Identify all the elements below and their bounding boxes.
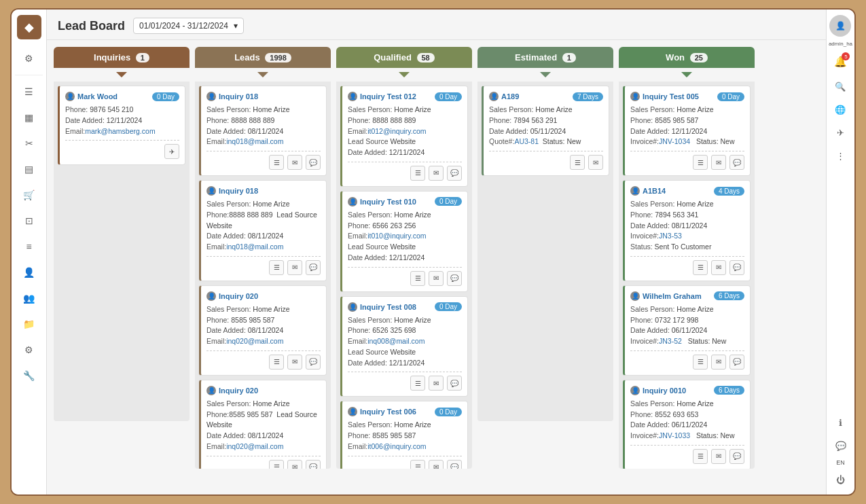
email-action-button[interactable]: ✉	[429, 271, 444, 286]
sidebar-wrench-icon[interactable]: 🔧	[18, 365, 40, 386]
card-name-link[interactable]: Inquiry Test 005	[643, 92, 699, 101]
user-avatar[interactable]: 👤	[829, 15, 851, 37]
card-name-link[interactable]: A189	[501, 92, 519, 101]
email-link[interactable]: it006@inquiry.com	[367, 442, 426, 450]
day-badge: 0 Day	[435, 92, 462, 101]
app-logo[interactable]: ◆	[17, 15, 41, 39]
chat-action-button[interactable]: 💬	[729, 260, 744, 275]
more-icon[interactable]: ⋮	[831, 146, 850, 165]
email-link[interactable]: inq008@mail.com	[367, 337, 425, 345]
chat-action-button[interactable]: 💬	[447, 376, 462, 391]
sidebar-filter-icon[interactable]: ⚙	[18, 48, 40, 69]
card-name-link[interactable]: Inquiry 018	[219, 187, 258, 195]
field-label: Email:	[348, 337, 367, 345]
list-action-button[interactable]: ☰	[693, 355, 708, 370]
email-action-button[interactable]: ✉	[429, 460, 444, 469]
sidebar-tools-icon[interactable]: ✂	[18, 132, 40, 154]
list-action-button[interactable]: ☰	[410, 166, 425, 181]
invoice-link[interactable]: JN3-53	[659, 232, 682, 240]
email-link[interactable]: inq018@mail.com	[226, 137, 283, 145]
email-link[interactable]: inq020@mail.com	[226, 337, 283, 345]
day-badge: 0 Day	[435, 408, 462, 416]
card-name-link[interactable]: A1B14	[643, 187, 666, 195]
lang-label: EN	[836, 459, 845, 466]
sidebar-calendar-icon[interactable]: ▦	[18, 107, 40, 128]
list-action-button[interactable]: ☰	[410, 271, 425, 286]
email-action-button[interactable]: ✉	[588, 155, 603, 170]
email-action-button[interactable]: ✉	[711, 155, 726, 170]
column-pointer-inquiries	[116, 72, 127, 77]
card-name-link[interactable]: Inquiry 020	[219, 292, 258, 300]
list-action-button[interactable]: ☰	[410, 376, 425, 391]
card-name-link[interactable]: Inquiry Test 012	[360, 92, 416, 101]
chat-action-button[interactable]: 💬	[306, 355, 321, 370]
chat-action-button[interactable]: 💬	[306, 260, 321, 275]
column-estimated: Estimated 1 👤A189 7 Days Sales Person: H…	[477, 47, 613, 421]
list-action-button[interactable]: ☰	[570, 155, 585, 170]
list-action-button[interactable]: ☰	[410, 460, 425, 469]
card-name-link[interactable]: Inquiry 018	[219, 92, 258, 101]
email-link[interactable]: it010@inquiry.com	[367, 232, 426, 240]
sidebar-camera-icon[interactable]: ⊡	[18, 210, 40, 232]
list-action-button[interactable]: ☰	[269, 155, 284, 170]
chat-action-button[interactable]: 💬	[447, 271, 462, 286]
send-icon[interactable]: ✈	[831, 123, 850, 142]
quote-link[interactable]: AU3-81	[514, 137, 539, 145]
sidebar-chart-icon[interactable]: ▤	[18, 158, 40, 180]
email-action-button[interactable]: ✉	[287, 355, 302, 370]
list-action-button[interactable]: ☰	[269, 355, 284, 370]
email-link[interactable]: inq020@mail.com	[226, 442, 283, 450]
list-action-button[interactable]: ☰	[693, 155, 708, 170]
chat-icon[interactable]: 💬	[831, 436, 850, 455]
chat-action-button[interactable]: 💬	[306, 460, 321, 469]
card-name-link[interactable]: Inquiry Test 010	[360, 198, 416, 206]
email-action-button[interactable]: ✉	[287, 260, 302, 275]
chat-action-button[interactable]: 💬	[447, 166, 462, 181]
chat-action-button[interactable]: 💬	[729, 449, 744, 464]
email-link[interactable]: inq018@mail.com	[226, 242, 283, 251]
list-action-button[interactable]: ☰	[269, 460, 284, 469]
email-link[interactable]: it012@inquiry.com	[367, 127, 426, 135]
sidebar-person-icon[interactable]: 👥	[18, 287, 40, 309]
card-name-link[interactable]: Inquiry Test 008	[360, 303, 416, 311]
chat-action-button[interactable]: 💬	[729, 355, 744, 370]
email-action-button[interactable]: ✉	[429, 376, 444, 391]
card-name-link[interactable]: Inquiry 020	[219, 386, 258, 395]
email-action-button[interactable]: ✉	[429, 166, 444, 181]
card-name-link[interactable]: Inquiry 0010	[643, 386, 686, 395]
email-action-button[interactable]: ✉	[287, 155, 302, 170]
email-action-button[interactable]: ✉	[711, 449, 726, 464]
email-action-button[interactable]: ✉	[287, 460, 302, 469]
card-header: 👤Inquiry Test 012 0 Day	[348, 92, 462, 101]
chat-action-button[interactable]: 💬	[447, 460, 462, 469]
column-inquiries: Inquiries 1 👤Mark Wood 0 Day Phone: 9876…	[54, 47, 190, 421]
email-action-button[interactable]: ✉	[711, 355, 726, 370]
email-link[interactable]: mark@hamsberg.com	[85, 127, 155, 135]
date-filter-dropdown[interactable]: 01/01/2024 - 31/12/2024 ▾	[133, 18, 244, 34]
search-icon[interactable]: 🔍	[831, 77, 850, 96]
chat-action-button[interactable]: 💬	[306, 155, 321, 170]
sidebar-cart-icon[interactable]: 🛒	[18, 184, 40, 206]
list-action-button[interactable]: ☰	[693, 449, 708, 464]
notification-bell-icon[interactable]: 🔔 5	[829, 51, 851, 73]
info-icon[interactable]: ℹ	[831, 413, 850, 432]
card-name-link[interactable]: Wilhelm Graham	[643, 292, 702, 300]
invoice-link[interactable]: JNV-1033	[659, 431, 690, 439]
chat-action-button[interactable]: 💬	[729, 155, 744, 170]
sidebar-folder-icon[interactable]: 📁	[18, 313, 40, 335]
list-action-button[interactable]: ☰	[269, 260, 284, 275]
card-field: Phone:8888 888 889 Lead Source Website	[206, 210, 321, 232]
invoice-link[interactable]: JNV-1034	[659, 137, 690, 145]
sidebar-people-icon[interactable]: 👤	[18, 262, 40, 283]
globe-icon[interactable]: 🌐	[831, 100, 850, 119]
list-action-button[interactable]: ☰	[693, 260, 708, 275]
email-action-button[interactable]: ✉	[711, 260, 726, 275]
send-action-button[interactable]: ✈	[164, 144, 179, 159]
power-icon[interactable]: ⏻	[831, 470, 850, 489]
sidebar-settings-icon[interactable]: ⚙	[18, 339, 40, 361]
sidebar-list-icon[interactable]: ☰	[18, 81, 40, 103]
sidebar-doc-icon[interactable]: ≡	[18, 236, 40, 257]
card-name-link[interactable]: Inquiry Test 006	[360, 408, 416, 416]
invoice-link[interactable]: JN3-52	[659, 337, 682, 345]
field-label: Date Added:	[65, 116, 105, 124]
